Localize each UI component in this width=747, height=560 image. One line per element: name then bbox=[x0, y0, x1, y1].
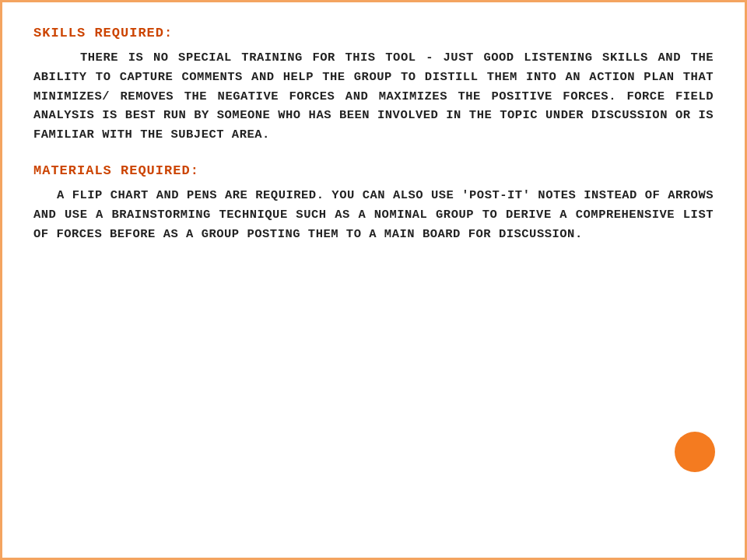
skills-heading: SKILLS REQUIRED: bbox=[33, 26, 714, 40]
page-container: SKILLS REQUIRED: There is no special tra… bbox=[0, 0, 747, 560]
materials-heading: MATERIALS REQUIRED: bbox=[33, 163, 714, 178]
skills-section: SKILLS REQUIRED: There is no special tra… bbox=[33, 26, 714, 145]
materials-section: MATERIALS REQUIRED: A flip chart and pen… bbox=[33, 163, 714, 243]
skills-paragraph: There is no special training for this to… bbox=[33, 48, 714, 145]
materials-paragraph: A flip chart and pens are required. You … bbox=[33, 186, 714, 243]
orange-circle-decoration bbox=[675, 432, 715, 472]
